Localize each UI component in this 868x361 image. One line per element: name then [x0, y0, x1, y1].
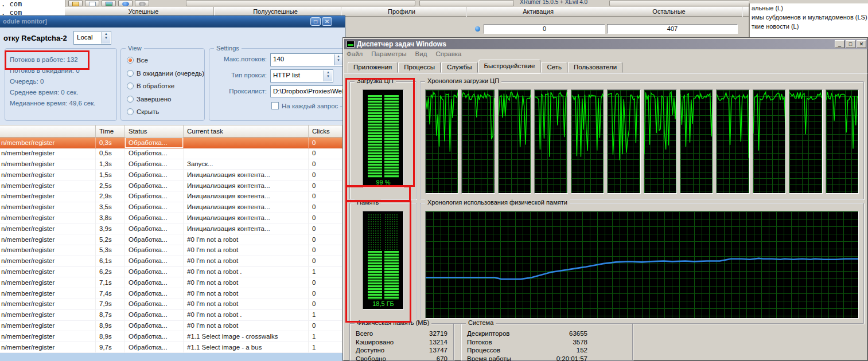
maximize-button[interactable]: □ — [310, 17, 321, 26]
task-manager-app-icon — [347, 41, 355, 48]
cell-status: Обработка... — [125, 342, 184, 352]
cell-url: n/member/register — [0, 310, 96, 320]
minimize-button[interactable]: _ — [835, 40, 844, 48]
stat-row: Свободно 670 — [350, 355, 453, 361]
cell-time: 7,4s — [96, 288, 125, 299]
table-row[interactable]: n/member/register 6,1s Обработка... #0 I… — [0, 256, 342, 267]
close-button[interactable]: ✕ — [322, 17, 332, 26]
radio-icon[interactable] — [127, 57, 134, 64]
task-manager-titlebar[interactable]: Диспетчер задач Windows _ □ ✕ — [344, 39, 867, 49]
stat-label: Процессов — [467, 346, 500, 355]
spinner-arrows-icon[interactable]: ▲▼ — [334, 54, 342, 65]
close-button[interactable]: ✕ — [857, 40, 866, 48]
header-others: Остальные — [652, 8, 685, 15]
cell-status: Обработка... — [125, 256, 184, 266]
settings-button[interactable] — [135, 0, 149, 6]
tab[interactable]: Процессы — [398, 62, 441, 73]
cell-status: Обработка... — [125, 245, 184, 256]
max-threads-input[interactable]: 140 ▲▼ — [270, 53, 344, 66]
cell-clicks: 0 — [309, 234, 342, 245]
column-header-status[interactable]: Status — [125, 125, 184, 137]
horizontal-scrollbar[interactable] — [0, 353, 345, 361]
radio-icon[interactable] — [127, 108, 134, 115]
spinner-arrows-icon[interactable]: ▲▼ — [102, 32, 110, 44]
view-option[interactable]: Завершено — [127, 96, 171, 104]
cell-url: n/member/register — [0, 245, 96, 256]
list-item[interactable]: имы субдоменов и мультидоменов (LS) — [750, 13, 868, 22]
stats-header-band: Успешные Полууспешные Профили Активация … — [65, 7, 749, 17]
open-folder-button[interactable] — [68, 0, 83, 6]
table-row[interactable]: n/member/register 8,7s Обработка... #0 I… — [0, 310, 342, 321]
cell-url: n/member/register — [0, 299, 96, 309]
tab[interactable]: Сеть — [541, 62, 567, 73]
column-header-task[interactable]: Current task — [184, 125, 309, 137]
cpu-core-graph — [607, 89, 640, 194]
per-request-checkbox[interactable] — [271, 102, 279, 109]
cell-task: #0 I'm not a robot . — [184, 267, 309, 277]
column-header-url[interactable] — [0, 125, 96, 137]
radio-icon[interactable] — [127, 70, 134, 77]
menu-item[interactable]: Справка — [435, 50, 461, 57]
table-row[interactable]: n/member/register 6,2s Обработка... #0 I… — [0, 267, 342, 278]
cell-clicks: 0 — [309, 170, 342, 180]
toolbar-panel — [419, 0, 514, 6]
mode-select[interactable]: Local ▲▼ — [73, 31, 111, 45]
cell-status: Обработка... — [125, 299, 184, 309]
list-item[interactable]: ткие новости (L) — [750, 22, 868, 31]
cell-time: 5,3s — [96, 245, 125, 256]
table-row[interactable]: n/member/register 0,3s Обработка... 0 — [0, 138, 342, 148]
table-row[interactable]: n/member/register 7,4s Обработка... #0 I… — [0, 288, 342, 299]
column-header-clicks[interactable]: Clicks — [309, 125, 342, 137]
column-header-time[interactable]: Time — [96, 125, 125, 137]
view-option[interactable]: Все — [127, 57, 148, 65]
table-row[interactable]: n/member/register 3,9s Обработка... Иниц… — [0, 223, 342, 234]
proxy-type-select[interactable]: HTTP list ▲▼ — [270, 69, 333, 83]
tab[interactable]: Быстродействие — [478, 60, 541, 73]
table-row[interactable]: n/member/register 3,8s Обработка... Иниц… — [0, 213, 342, 224]
view-option[interactable]: Скрыть — [127, 108, 159, 116]
menu-item[interactable]: Вид — [415, 50, 427, 57]
table-row[interactable]: n/member/register 1,5s Обработка... Иниц… — [0, 170, 342, 180]
table-row[interactable]: n/member/register 1,3s Обработка... Запу… — [0, 159, 342, 170]
table-row[interactable]: n/member/register 3,5s Обработка... Иниц… — [0, 202, 342, 213]
radio-icon[interactable] — [127, 83, 134, 89]
stat-label: Потоков — [467, 338, 492, 347]
table-row[interactable]: n/member/register 7,9s Обработка... #0 I… — [0, 299, 342, 310]
stat-line: Медианное время: 49,6 сек. — [5, 98, 116, 109]
module-monitor-titlebar[interactable]: odule monitor] □ ✕ — [0, 16, 345, 28]
menu-item[interactable]: Параметры — [371, 50, 406, 57]
view-option[interactable]: В ожидании (очередь) — [127, 70, 204, 78]
list-item[interactable]: альные (L) — [750, 3, 868, 13]
cpu-history-group: Хронология загрузки ЦП — [420, 81, 864, 199]
web-button[interactable] — [118, 0, 133, 6]
table-row[interactable]: n/member/register 9,7s Обработка... #1.1… — [0, 342, 342, 353]
table-row[interactable]: n/member/register 8,9s Обработка... #1.1… — [0, 331, 342, 342]
table-row[interactable]: n/member/register 0,5s Обработка... 0 — [0, 148, 342, 159]
spinner-arrows-icon[interactable]: ▲▼ — [324, 70, 332, 81]
table-row[interactable]: n/member/register 5,2s Обработка... #0 I… — [0, 234, 342, 245]
table-row[interactable]: n/member/register 8,9s Обработка... #0 I… — [0, 321, 342, 332]
image-button[interactable] — [102, 0, 116, 6]
table-row[interactable]: n/member/register 2,5s Обработка... Иниц… — [0, 180, 342, 191]
view-option[interactable]: В обработке — [127, 83, 174, 91]
maximize-button[interactable]: □ — [846, 40, 855, 48]
group-title: Settings — [214, 45, 242, 52]
table-row[interactable]: n/member/register 5,3s Обработка... #0 I… — [0, 245, 342, 256]
cell-task: Инициализация контента... — [184, 170, 309, 180]
stat-label: Дескрипторов — [467, 329, 509, 338]
menu-item[interactable]: Файл — [347, 50, 363, 57]
radio-icon[interactable] — [127, 96, 134, 103]
table-row[interactable]: n/member/register 2,9s Обработка... Иниц… — [0, 191, 342, 202]
tab[interactable]: Пользователи — [568, 62, 622, 73]
stat-value: 32719 — [429, 329, 447, 338]
cell-url: n/member/register — [0, 202, 96, 213]
cell-clicks: 0 — [309, 138, 342, 148]
new-file-button[interactable] — [85, 0, 99, 6]
table-row[interactable]: n/member/register 7,1s Обработка... #0 I… — [0, 277, 342, 288]
cell-url: n/member/register — [0, 256, 96, 266]
tab[interactable]: Службы — [441, 62, 478, 73]
stat-label: Доступно — [356, 346, 384, 355]
stat-value: 152 — [577, 346, 587, 355]
tab[interactable]: Приложения — [348, 62, 398, 73]
proxy-list-input[interactable]: D:\Dropbox\Proxies\Websh — [270, 85, 345, 97]
